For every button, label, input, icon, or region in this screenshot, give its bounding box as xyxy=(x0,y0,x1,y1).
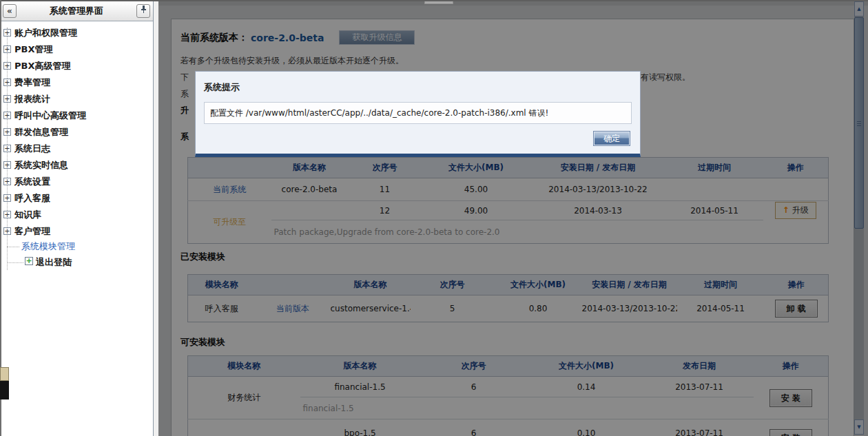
dialog-message-box: 配置文件 /var/www/html/asterCC/app/../data/_… xyxy=(204,102,632,124)
sidebar-item-settings[interactable]: +系统设置 xyxy=(0,174,153,190)
expand-plus-icon[interactable]: + xyxy=(3,211,11,218)
expand-plus-icon[interactable]: + xyxy=(3,45,11,53)
sidebar-item-inbound-service[interactable]: +呼入客服 xyxy=(0,190,153,207)
window-top-edge xyxy=(0,0,868,1)
sidebar-tree: +账户和权限管理 +PBX管理 +PBX高级管理 +费率管理 +报表统计 +呼叫… xyxy=(0,22,153,435)
expand-plus-icon[interactable]: + xyxy=(3,161,11,169)
expand-plus-icon[interactable]: + xyxy=(3,79,11,86)
sidebar-item-logout[interactable]: +退出登陆 xyxy=(0,254,153,271)
expand-plus-icon[interactable]: + xyxy=(3,62,11,70)
expand-plus-icon[interactable]: + xyxy=(3,112,11,119)
sidebar-item-realtime[interactable]: +系统实时信息 xyxy=(0,157,153,174)
ok-button[interactable]: 确定 xyxy=(593,131,630,146)
background-window-fragment xyxy=(0,367,9,399)
sidebar-item-knowledgebase[interactable]: +知识库 xyxy=(0,207,153,223)
sidebar-item-reports[interactable]: +报表统计 xyxy=(0,91,153,107)
sidebar-item-broadcast[interactable]: +群发信息管理 xyxy=(0,124,153,141)
sidebar: « 系统管理界面 +账户和权限管理 +PBX管理 +PBX高级管理 +费率管理 … xyxy=(0,1,154,436)
sidebar-item-accounts[interactable]: +账户和权限管理 xyxy=(0,25,153,41)
sidebar-header: « 系统管理界面 xyxy=(0,1,153,21)
screen: « 系统管理界面 +账户和权限管理 +PBX管理 +PBX高级管理 +费率管理 … xyxy=(0,0,868,436)
expand-plus-icon[interactable]: + xyxy=(3,128,11,136)
sidebar-item-pbx[interactable]: +PBX管理 xyxy=(0,41,153,58)
expand-plus-icon[interactable]: + xyxy=(3,178,11,185)
dialog-title: 系统提示 xyxy=(204,81,240,94)
sidebar-item-system-modules[interactable]: 系统模块管理 xyxy=(0,238,153,255)
main-panel: 当前系统版本： core-2.0-beta 获取升级信息 若有多个升级包待安装升… xyxy=(158,0,868,436)
pin-icon[interactable] xyxy=(136,4,150,18)
sidebar-item-pbx-advanced[interactable]: +PBX高级管理 xyxy=(0,58,153,74)
dialog-message: 配置文件 /var/www/html/asterCC/app/../data/_… xyxy=(210,108,548,118)
system-alert-dialog: 系统提示 配置文件 /var/www/html/asterCC/app/../d… xyxy=(195,71,641,157)
expand-plus-icon[interactable]: + xyxy=(3,227,11,235)
expand-plus-icon[interactable]: + xyxy=(3,29,11,37)
sidebar-item-rates[interactable]: +费率管理 xyxy=(0,74,153,91)
expand-plus-icon[interactable]: + xyxy=(3,95,11,103)
collapse-sidebar-button[interactable]: « xyxy=(3,4,17,18)
expand-plus-icon[interactable]: + xyxy=(3,145,11,152)
logout-icon: + xyxy=(25,257,33,265)
sidebar-item-customers[interactable]: +客户管理 xyxy=(0,223,153,240)
sidebar-title: 系统管理界面 xyxy=(0,1,153,21)
expand-plus-icon[interactable]: + xyxy=(3,194,11,202)
sidebar-item-syslog[interactable]: +系统日志 xyxy=(0,141,153,157)
modal-overlay xyxy=(158,0,868,436)
sidebar-item-callcenter-advanced[interactable]: +呼叫中心高级管理 xyxy=(0,107,153,124)
